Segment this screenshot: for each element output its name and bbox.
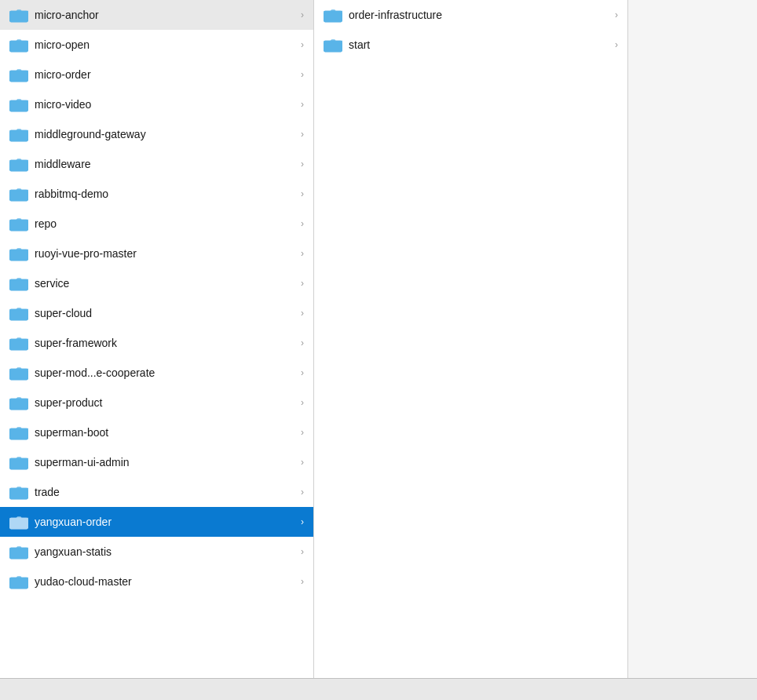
folder-name: micro-video xyxy=(35,98,301,111)
folder-name: trade xyxy=(35,486,301,498)
svg-rect-39 xyxy=(9,578,28,589)
folder-item[interactable]: superman-boot › xyxy=(0,417,313,447)
expand-chevron: › xyxy=(301,427,304,438)
svg-rect-5 xyxy=(9,71,28,82)
expand-chevron: › xyxy=(301,308,304,319)
folder-icon xyxy=(9,365,28,381)
folder-item[interactable]: micro-anchor › xyxy=(0,0,313,30)
folder-name: micro-open xyxy=(35,38,301,51)
folder-icon xyxy=(9,67,28,82)
svg-rect-19 xyxy=(9,279,28,291)
folder-icon xyxy=(9,305,28,321)
folder-item[interactable]: yangxuan-statis › xyxy=(0,537,313,567)
folder-icon xyxy=(9,186,28,202)
folder-item[interactable]: ruoyi-vue-pro-master › xyxy=(0,239,313,268)
folder-item[interactable]: order-infrastructure › xyxy=(314,0,627,30)
folder-icon xyxy=(9,126,28,142)
svg-rect-11 xyxy=(9,160,28,172)
expand-chevron: › xyxy=(301,546,304,557)
folder-item[interactable]: trade › xyxy=(0,477,313,507)
expand-chevron: › xyxy=(301,248,304,259)
expand-chevron: › xyxy=(301,487,304,498)
folder-icon xyxy=(9,275,28,291)
expand-chevron: › xyxy=(301,218,304,229)
expand-chevron: › xyxy=(301,367,304,378)
folder-name: start xyxy=(349,38,615,51)
folder-item[interactable]: yangxuan-order › xyxy=(0,507,313,537)
folder-name: super-mod...e-cooperate xyxy=(35,366,301,379)
expand-chevron: › xyxy=(301,278,304,289)
folder-name: repo xyxy=(35,217,301,230)
svg-rect-25 xyxy=(9,369,28,381)
svg-rect-41 xyxy=(324,11,342,23)
folder-item[interactable]: rabbitmq-demo › xyxy=(0,179,313,209)
svg-rect-35 xyxy=(9,518,28,530)
folder-icon xyxy=(9,574,28,589)
folder-item[interactable]: super-product › xyxy=(0,388,313,417)
folder-name: super-framework xyxy=(35,337,301,349)
folder-name: middleground-gateway xyxy=(35,128,301,140)
folder-item[interactable]: repo › xyxy=(0,209,313,239)
left-column: micro-anchor › micro-open › micro-order … xyxy=(0,0,314,678)
right-column: order-infrastructure › start › xyxy=(314,0,628,678)
expand-chevron: › xyxy=(301,69,304,80)
expand-chevron: › xyxy=(301,516,304,527)
folder-icon xyxy=(9,514,28,530)
bottom-bar xyxy=(0,678,757,700)
folder-name: yangxuan-order xyxy=(35,516,301,528)
expand-chevron: › xyxy=(301,188,304,199)
svg-rect-3 xyxy=(9,41,28,53)
folder-name: yudao-cloud-master xyxy=(35,575,301,588)
folder-name: middleware xyxy=(35,158,301,170)
expand-chevron: › xyxy=(301,99,304,110)
folder-item[interactable]: service › xyxy=(0,268,313,298)
folder-name: yangxuan-statis xyxy=(35,545,301,558)
folder-item[interactable]: superman-ui-admin › xyxy=(0,447,313,477)
folder-item[interactable]: middleground-gateway › xyxy=(0,119,313,149)
folder-name: superman-boot xyxy=(35,426,301,439)
svg-rect-7 xyxy=(9,100,28,112)
expand-chevron: › xyxy=(301,159,304,170)
svg-rect-37 xyxy=(9,548,28,560)
folder-icon xyxy=(9,395,28,410)
folder-icon xyxy=(9,7,28,23)
svg-rect-15 xyxy=(9,220,28,232)
folder-icon xyxy=(9,425,28,440)
svg-rect-17 xyxy=(9,250,28,261)
folder-icon xyxy=(324,37,342,53)
svg-rect-23 xyxy=(9,339,28,351)
svg-rect-29 xyxy=(9,428,28,440)
expand-chevron: › xyxy=(301,457,304,468)
folder-icon xyxy=(9,544,28,560)
folder-icon xyxy=(9,454,28,470)
svg-rect-1 xyxy=(9,11,28,23)
folder-name: rabbitmq-demo xyxy=(35,188,301,200)
folder-item[interactable]: start › xyxy=(314,30,627,60)
folder-icon xyxy=(9,156,28,172)
folder-item[interactable]: micro-open › xyxy=(0,30,313,60)
folder-item[interactable]: yudao-cloud-master › xyxy=(0,567,313,596)
folder-item[interactable]: super-cloud › xyxy=(0,298,313,328)
folder-item[interactable]: middleware › xyxy=(0,149,313,179)
folder-name: superman-ui-admin xyxy=(35,456,301,468)
folder-icon xyxy=(324,7,342,23)
folder-icon xyxy=(9,37,28,53)
folder-name: micro-anchor xyxy=(35,9,301,21)
folder-icon xyxy=(9,246,28,261)
expand-chevron: › xyxy=(301,39,304,50)
folder-item[interactable]: super-mod...e-cooperate › xyxy=(0,358,313,388)
folder-item[interactable]: super-framework › xyxy=(0,328,313,358)
expand-chevron: › xyxy=(615,9,618,20)
folder-item[interactable]: micro-video › xyxy=(0,89,313,119)
folder-icon xyxy=(9,484,28,500)
folder-icon xyxy=(9,335,28,351)
svg-rect-43 xyxy=(324,41,342,53)
expand-chevron: › xyxy=(615,39,618,50)
folder-name: service xyxy=(35,277,301,290)
expand-chevron: › xyxy=(301,397,304,408)
expand-chevron: › xyxy=(301,129,304,140)
folder-item[interactable]: micro-order › xyxy=(0,60,313,89)
folder-icon xyxy=(9,97,28,112)
expand-chevron: › xyxy=(301,337,304,348)
svg-rect-9 xyxy=(9,130,28,142)
